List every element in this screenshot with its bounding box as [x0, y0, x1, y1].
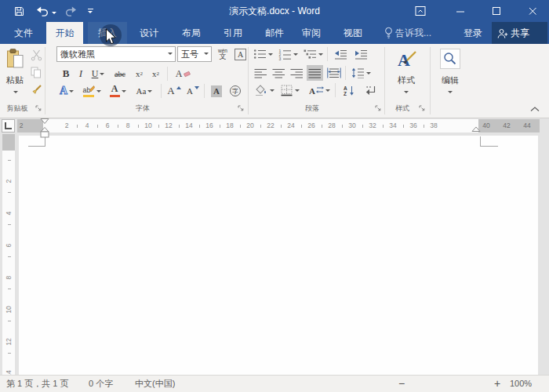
character-border-glyph: A: [235, 49, 246, 60]
person-add-icon: [496, 27, 508, 39]
page-info[interactable]: 第 1 页，共 1 页: [6, 376, 68, 392]
enclose-characters-button[interactable]: 字: [227, 83, 243, 99]
align-right-button[interactable]: [289, 65, 305, 81]
dialog-launcher-icon: [375, 105, 382, 112]
tab-references[interactable]: 引用: [216, 22, 250, 44]
ruler-number: 20: [245, 122, 256, 129]
justify-button[interactable]: [307, 65, 323, 81]
bold-button[interactable]: B: [60, 66, 72, 82]
strikethrough-button[interactable]: abc: [111, 66, 129, 82]
shrink-font-button[interactable]: A: [185, 83, 201, 99]
character-shading-button[interactable]: A: [209, 83, 224, 99]
asian-layout-button[interactable]: A: [307, 82, 332, 98]
maximize-button[interactable]: [491, 6, 502, 16]
bullets-button[interactable]: [253, 46, 274, 62]
paste-button[interactable]: 粘贴: [3, 46, 27, 100]
ruler-number: 16: [204, 122, 215, 129]
editing-dropdown[interactable]: [447, 89, 453, 94]
styles-dialog-launcher[interactable]: [418, 104, 426, 112]
grow-font-button[interactable]: A: [166, 83, 182, 99]
multilevel-list-button[interactable]: [302, 46, 324, 62]
tell-me-label[interactable]: 告诉我...: [395, 22, 436, 44]
sign-in-button[interactable]: 登录: [460, 22, 486, 44]
ruler-number: 14: [184, 122, 195, 129]
tab-view[interactable]: 视图: [336, 22, 370, 44]
show-hide-marks-button[interactable]: [362, 82, 380, 98]
superscript-button[interactable]: x2: [149, 66, 162, 82]
font-dialog-launcher[interactable]: [237, 104, 245, 112]
ruler-tick: [77, 125, 78, 128]
zoom-in-button[interactable]: +: [494, 376, 500, 392]
ribbon-display-options-button[interactable]: [414, 5, 427, 16]
line-spacing-button[interactable]: [350, 65, 372, 81]
tab-home[interactable]: 开始: [46, 22, 83, 44]
indent-markers-left[interactable]: [39, 118, 50, 140]
character-border-button[interactable]: A: [233, 47, 248, 62]
tab-review[interactable]: 审阅: [294, 22, 329, 44]
borders-button[interactable]: [278, 82, 302, 98]
collapse-ribbon-button[interactable]: [529, 105, 541, 113]
paragraph-dialog-launcher[interactable]: [374, 104, 382, 112]
underline-button[interactable]: U: [89, 66, 107, 82]
horizontal-ruler: 2 24681012141618202224262830323436384042…: [17, 119, 540, 132]
sort-button[interactable]: AZ: [340, 82, 358, 98]
numbered-list-icon: 123: [278, 49, 292, 60]
chevron-down-icon: [69, 90, 74, 93]
clipboard-dialog-launcher[interactable]: [35, 104, 42, 112]
shading-button[interactable]: [253, 82, 275, 98]
font-size-combo[interactable]: 五号: [177, 46, 212, 62]
tab-selector-button[interactable]: [2, 119, 15, 132]
align-center-button[interactable]: [271, 65, 287, 81]
copy-icon: [31, 67, 42, 78]
tab-mailings[interactable]: 邮件: [257, 22, 292, 44]
tab-stop-icon: [5, 122, 12, 129]
close-button[interactable]: [527, 6, 538, 16]
distribute-text-button[interactable]: [325, 65, 343, 81]
copy-button[interactable]: [29, 66, 43, 79]
font-name-combo[interactable]: 微软雅黑: [56, 46, 176, 62]
chevron-down-icon: [404, 91, 409, 93]
clear-formatting-button[interactable]: A: [173, 66, 194, 82]
zoom-out-button[interactable]: −: [398, 376, 405, 392]
editing-button[interactable]: 编辑: [434, 46, 466, 100]
text-highlight-button[interactable]: ab: [80, 83, 104, 99]
decrease-indent-button[interactable]: [332, 46, 349, 62]
language-status[interactable]: 中文(中国): [135, 376, 175, 392]
document-page[interactable]: [19, 136, 538, 375]
ruler-tick: [8, 321, 11, 321]
zoom-level[interactable]: 100%: [510, 376, 532, 392]
ruler-number: 28: [326, 122, 337, 129]
subscript-button[interactable]: x2: [133, 66, 146, 82]
font-color-button[interactable]: A: [107, 83, 128, 99]
share-button[interactable]: 共享: [492, 22, 547, 44]
word-count[interactable]: 0 个字: [89, 376, 113, 392]
indent-marker-right[interactable]: [471, 119, 482, 133]
format-painter-button[interactable]: [29, 83, 43, 96]
text-effects-button[interactable]: A: [56, 83, 77, 99]
phonetic-guide-button[interactable]: wén 文: [215, 46, 231, 63]
character-shading-glyph: A: [211, 85, 222, 97]
ribbon-display-options-icon: [415, 5, 426, 16]
minimize-button[interactable]: [455, 6, 466, 16]
crop-mark-right-horizontal: [480, 146, 498, 147]
cut-button[interactable]: [29, 49, 43, 62]
tab-file[interactable]: 文件: [8, 22, 39, 44]
separator: [167, 67, 168, 81]
paragraph-marks-icon: [365, 85, 376, 96]
tab-design[interactable]: 设计: [132, 22, 166, 44]
change-case-button[interactable]: Aa: [133, 83, 155, 99]
styles-button[interactable]: A 样式: [387, 46, 425, 100]
tell-me-lightbulb[interactable]: [383, 26, 394, 39]
crop-mark-right-vertical: [480, 136, 481, 146]
italic-button[interactable]: I: [76, 66, 85, 82]
search-icon: [442, 51, 458, 67]
align-left-button[interactable]: [253, 65, 269, 81]
tab-layout[interactable]: 布局: [174, 22, 209, 44]
paste-dropdown[interactable]: [13, 89, 19, 94]
chevron-down-icon: [448, 91, 453, 93]
increase-indent-button[interactable]: [352, 46, 369, 62]
ruler-tick: [8, 289, 11, 289]
styles-dropdown[interactable]: [403, 89, 409, 94]
numbering-button[interactable]: 123: [277, 46, 299, 62]
ruler-tick: [179, 125, 180, 128]
